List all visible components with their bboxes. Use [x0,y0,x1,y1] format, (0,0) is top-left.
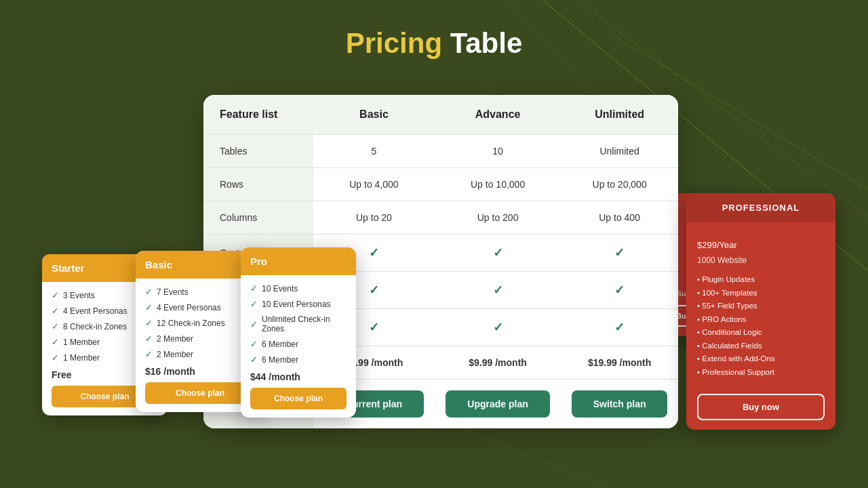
advance-check: ✓ [435,235,561,272]
advance-value: Up to 10,000 [435,168,561,201]
buy-now-professional-button[interactable]: Buy now [697,394,825,420]
unlimited-price: $19.99 /month [561,346,678,380]
starter-feature-2-label: 4 Event Personas [63,306,127,316]
unlimited-check: ✓ [561,309,678,346]
choose-basic-button[interactable]: Choose plan [145,382,255,404]
upgrade-plan-cell: Upgrade plan [435,380,561,429]
pro-feature-4-label: 6 Member [262,340,298,349]
advance-value: 10 [435,135,561,168]
unlimited-value: Up to 400 [561,201,678,235]
pro-plan-card: Pro ✓ 10 Events ✓ 10 Event Personas ✓ Un… [241,247,356,418]
check-icon: ✓ [250,319,258,329]
check-icon: ✓ [145,302,153,312]
check-icon: ✓ [52,321,59,331]
feature-conditional-logic: Conditional Logic [697,326,825,340]
pro-feature-4: ✓ 6 Member [250,339,347,349]
check-icon: ✓ [52,290,59,300]
basic-feature-5-label: 2 Member [157,350,193,359]
pro-feature-3: ✓ Unlimited Check-in Zones [250,314,347,333]
professional-card-body: $299/Year 1000 Website Plugin Updates 10… [686,222,835,388]
basic-feature-3-label: 12 Check-in Zones [157,319,225,328]
advance-check: ✓ [435,272,561,309]
professional-card-header: PROFESSIONAL [686,193,835,222]
pro-feature-2-label: 10 Event Personas [262,300,330,309]
basic-feature-4-label: 2 Member [157,334,193,344]
professional-price-period: /Year [717,240,737,250]
pro-card-body: ✓ 10 Events ✓ 10 Event Personas ✓ Unlimi… [241,275,356,418]
basic-feature-4: ✓ 2 Member [145,333,255,344]
basic-card-price: $16 /month [145,366,255,377]
unlimited-value: Unlimited [561,135,678,168]
professional-title: PROFESSIONAL [697,203,825,213]
feature-pro-actions: PRO Actions [697,313,825,327]
check-icon: ✓ [145,287,153,297]
feature-field-types: 55+ Field Types [697,300,825,313]
check-icon: ✓ [250,354,258,365]
check-icon: ✓ [250,339,258,349]
professional-price: $299/Year [697,232,825,253]
pro-feature-5: ✓ 6 Member [250,354,347,365]
col-header-unlimited: Unlimited [561,95,678,135]
feature-pro-support: Professional Support [697,366,825,380]
professional-features-list: Plugin Updates 100+ Templates 55+ Field … [697,273,825,379]
check-icon: ✓ [52,337,59,347]
pro-feature-3-label: Unlimited Check-in Zones [262,314,347,333]
col-header-basic: Basic [313,95,435,135]
basic-value: 5 [313,135,435,168]
feature-calculated-fields: Calculated Fields [697,340,825,353]
title-table: Table [450,27,523,59]
choose-pro-button[interactable]: Choose plan [250,388,347,409]
basic-feature-5: ✓ 2 Member [145,349,255,359]
basic-value: Up to 20 [313,201,435,235]
starter-feature-1-label: 3 Events [63,291,95,300]
pro-card-price: $44 /month [250,371,347,382]
col-header-advance: Advance [435,95,561,135]
basic-feature-2-label: 4 Event Personas [157,303,221,312]
pro-feature-1: ✓ 10 Events [250,283,347,293]
feature-label: Columns [203,201,313,235]
pro-card-header: Pro [241,247,356,275]
col-header-features: Feature list [203,95,313,135]
professional-plan-card: PROFESSIONAL $299/Year 1000 Website Plug… [686,193,835,430]
feature-templates: 100+ Templates [697,287,825,300]
basic-feature-1-label: 7 Events [157,287,189,297]
advance-value: Up to 200 [435,201,561,235]
unlimited-value: Up to 20,000 [561,168,678,201]
basic-feature-2: ✓ 4 Event Personas [145,302,255,312]
check-icon: ✓ [145,349,153,359]
table-row: Columns Up to 20 Up to 200 Up to 400 [203,201,678,235]
switch-plan-button[interactable]: Switch plan [572,390,667,418]
table-row: Tables 5 10 Unlimited [203,135,678,168]
basic-value: Up to 4,000 [313,168,435,201]
advance-price: $9.99 /month [435,346,561,380]
professional-websites: 1000 Website [697,256,825,265]
check-icon: ✓ [145,318,153,328]
feature-plugin-updates: Plugin Updates [697,273,825,287]
page-title: Pricing Table [346,27,523,60]
table-row: Rows Up to 4,000 Up to 10,000 Up to 20,0… [203,168,678,201]
check-icon: ✓ [250,283,258,293]
title-pricing: Pricing [346,27,442,59]
starter-feature-3-label: 8 Check-in Zones [63,322,127,331]
basic-feature-1: ✓ 7 Events [145,287,255,297]
pro-feature-1-label: 10 Events [262,284,298,293]
advance-check: ✓ [435,309,561,346]
feature-label: Rows [203,168,313,201]
pro-feature-2: ✓ 10 Event Personas [250,299,347,309]
feature-label: Tables [203,135,313,168]
check-icon: ✓ [250,299,258,309]
check-icon: ✓ [52,306,59,316]
unlimited-check: ✓ [561,235,678,272]
pro-feature-5-label: 6 Member [262,355,298,365]
switch-plan-cell: Switch plan [561,380,678,429]
feature-addons: Extend with Add-Ons [697,352,825,366]
check-icon: ✓ [52,352,59,363]
upgrade-plan-button[interactable]: Upgrade plan [446,390,550,418]
professional-price-amount: $299 [697,240,717,250]
check-icon: ✓ [145,333,153,344]
unlimited-check: ✓ [561,272,678,309]
starter-feature-5-label: 1 Member [63,353,100,363]
starter-feature-4-label: 1 Member [63,338,100,347]
basic-feature-3: ✓ 12 Check-in Zones [145,318,255,328]
